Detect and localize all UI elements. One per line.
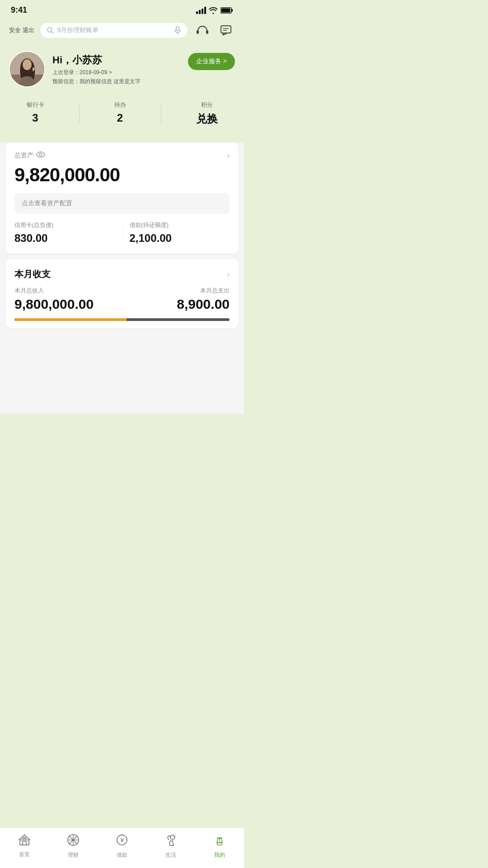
monthly-expense-label: 本月总支出 (177, 287, 230, 295)
loan-label: 借款(待还额度) (130, 221, 230, 229)
credit-card-label: 信用卡(总负债) (14, 221, 115, 229)
microphone-icon[interactable] (174, 26, 181, 34)
profile-section: Hi，小苏苏 上次登录：2018-09-09 > 预留信息：我的预留信息 这里是… (0, 47, 244, 96)
asset-card: 总资产 › 9,820,000.00 点击查看资产配置 信用卡(总负债) 830… (5, 142, 239, 254)
asset-title: 总资产 (14, 151, 45, 160)
monthly-expense-amount: 8,900.00 (177, 297, 230, 312)
search-placeholder: 9月份理财账单 (57, 26, 170, 34)
asset-amount: 9,820,000.00 (14, 164, 230, 186)
enterprise-service-button[interactable]: 企业服务 > (188, 53, 235, 70)
svg-point-21 (39, 153, 42, 156)
monthly-title-row: 本月收支 › (14, 268, 230, 280)
status-bar: 9:41 (0, 0, 244, 18)
stat-points-value: 兑换 (196, 112, 218, 126)
progress-bar-income (14, 318, 127, 321)
asset-config-bar[interactable]: 点击查看资产配置 (14, 193, 230, 214)
header: 安全 退出 9月份理财账单 (0, 18, 244, 47)
svg-rect-13 (221, 26, 231, 33)
credit-card-amount: 830.00 (14, 232, 115, 245)
monthly-card: 本月收支 › 本月总收入 9,800,000.00 本月总支出 8,900.00 (5, 259, 239, 328)
signal-icon (196, 7, 206, 14)
eye-icon[interactable] (36, 151, 45, 160)
svg-point-19 (23, 59, 32, 70)
svg-rect-12 (206, 30, 208, 34)
credit-card-debt[interactable]: 信用卡(总负债) 830.00 (14, 221, 115, 245)
safe-exit-button[interactable]: 安全 退出 (9, 26, 34, 34)
stat-pending[interactable]: 待办 2 (114, 101, 126, 126)
monthly-amounts: 本月总收入 9,800,000.00 本月总支出 8,900.00 (14, 287, 230, 312)
battery-icon (221, 7, 233, 14)
monthly-income-amount: 9,800,000.00 (14, 297, 94, 312)
svg-rect-1 (199, 10, 201, 14)
loan-amount: 2,100.00 (130, 232, 230, 245)
svg-rect-5 (231, 9, 233, 12)
wifi-icon (209, 7, 218, 14)
monthly-income-label: 本月总收入 (14, 287, 94, 295)
asset-chevron-icon[interactable]: › (227, 151, 230, 160)
loan-debt[interactable]: 借款(待还额度) 2,100.00 (130, 221, 230, 245)
svg-rect-6 (221, 8, 230, 12)
profile-info: Hi，小苏苏 上次登录：2018-09-09 > 预留信息：我的预留信息 这里是… (52, 53, 141, 85)
status-time: 9:41 (11, 5, 27, 15)
svg-line-8 (52, 32, 53, 33)
stat-pending-value: 2 (114, 112, 126, 124)
monthly-income: 本月总收入 9,800,000.00 (14, 287, 94, 312)
monthly-title: 本月收支 (14, 268, 51, 280)
stat-bank-card-value: 3 (27, 112, 44, 124)
svg-rect-9 (176, 26, 179, 31)
svg-rect-3 (204, 7, 206, 14)
monthly-expense: 本月总支出 8,900.00 (177, 287, 230, 312)
svg-rect-2 (202, 9, 203, 14)
profile-reserved: 预留信息：我的预留信息 这里是文字 (52, 78, 141, 85)
stats-row: 银行卡 3 待办 2 积分 兑换 (0, 96, 244, 137)
debt-row: 信用卡(总负债) 830.00 借款(待还额度) 2,100.00 (14, 221, 230, 245)
svg-point-20 (37, 152, 45, 157)
search-bar[interactable]: 9月份理财账单 (40, 22, 188, 38)
svg-rect-0 (196, 11, 198, 14)
stat-bank-card[interactable]: 银行卡 3 (27, 101, 44, 126)
stat-pending-label: 待办 (114, 101, 126, 109)
stat-bank-card-label: 银行卡 (27, 101, 44, 109)
monthly-progress-bar (14, 318, 230, 321)
profile-name: Hi，小苏苏 (52, 53, 141, 67)
status-icons (196, 7, 233, 14)
search-icon (47, 27, 54, 34)
svg-rect-11 (197, 30, 199, 34)
stat-points[interactable]: 积分 兑换 (196, 101, 218, 126)
stat-points-label: 积分 (196, 101, 218, 109)
monthly-chevron-icon[interactable]: › (227, 270, 230, 278)
main-content: 总资产 › 9,820,000.00 点击查看资产配置 信用卡(总负债) 830… (0, 142, 244, 414)
headphone-icon[interactable] (193, 21, 211, 39)
profile-last-login[interactable]: 上次登录：2018-09-09 > (52, 69, 141, 76)
message-icon[interactable] (217, 21, 235, 39)
avatar[interactable] (9, 51, 45, 87)
asset-title-row: 总资产 › (14, 151, 230, 160)
